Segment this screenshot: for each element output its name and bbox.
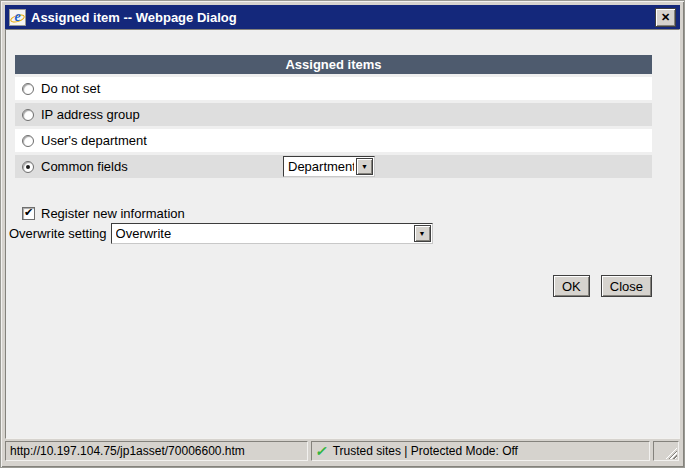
option-label: IP address group (41, 107, 140, 122)
chevron-down-icon[interactable]: ▼ (414, 225, 431, 242)
overwrite-setting-select[interactable]: Overwrite ▼ (111, 223, 433, 244)
radio-users-department[interactable] (22, 135, 34, 147)
close-button-dialog[interactable]: Close (601, 275, 652, 297)
common-fields-select[interactable]: Department ▼ (283, 156, 375, 177)
common-fields-selected-value: Department (288, 159, 354, 174)
table-header: Assigned items (15, 55, 652, 74)
chevron-down-icon[interactable]: ▼ (356, 158, 373, 175)
option-row-ip-address-group[interactable]: IP address group (15, 103, 652, 126)
title-bar[interactable]: e Assigned item -- Webpage Dialog ✕ (5, 5, 680, 29)
option-label: User's department (41, 133, 147, 148)
dialog-body: Assigned items Do not set IP address gro… (5, 29, 680, 439)
status-url-panel: http://10.197.104.75/jp1asset/70006600.h… (5, 441, 308, 461)
status-zone-panel[interactable]: ✓ Trusted sites | Protected Mode: Off (311, 441, 650, 461)
option-label: Do not set (41, 81, 100, 96)
status-zone-text: Trusted sites | Protected Mode: Off (333, 444, 518, 458)
register-new-information-row[interactable]: Register new information (22, 206, 185, 221)
option-row-users-department[interactable]: User's department (15, 129, 652, 152)
overwrite-setting-label: Overwrite setting (9, 226, 107, 241)
register-new-information-checkbox[interactable] (22, 207, 35, 220)
status-resize-panel[interactable] (653, 441, 679, 461)
option-label: Common fields (41, 159, 128, 174)
register-new-information-label: Register new information (41, 206, 185, 221)
overwrite-selected-value: Overwrite (116, 226, 412, 241)
assigned-items-table: Assigned items Do not set IP address gro… (15, 55, 652, 181)
radio-do-not-set[interactable] (22, 83, 34, 95)
close-button[interactable]: ✕ (655, 8, 676, 27)
window-title: Assigned item -- Webpage Dialog (31, 10, 237, 25)
radio-common-fields[interactable] (22, 161, 34, 173)
close-icon: ✕ (661, 11, 670, 24)
dialog-buttons: OK Close (553, 275, 652, 297)
option-row-do-not-set[interactable]: Do not set (15, 77, 652, 100)
ok-button[interactable]: OK (553, 275, 590, 297)
resize-grip-icon[interactable] (664, 446, 677, 459)
status-bar: http://10.197.104.75/jp1asset/70006600.h… (5, 439, 680, 463)
status-url-text: http://10.197.104.75/jp1asset/70006600.h… (10, 444, 245, 458)
radio-ip-address-group[interactable] (22, 109, 34, 121)
webpage-dialog-window: e Assigned item -- Webpage Dialog ✕ Assi… (0, 0, 685, 468)
overwrite-setting-row: Overwrite setting Overwrite ▼ (9, 223, 433, 244)
trusted-check-icon: ✓ (314, 443, 329, 459)
option-row-common-fields[interactable]: Common fields Department ▼ (15, 155, 652, 178)
internet-explorer-icon: e (9, 9, 26, 26)
